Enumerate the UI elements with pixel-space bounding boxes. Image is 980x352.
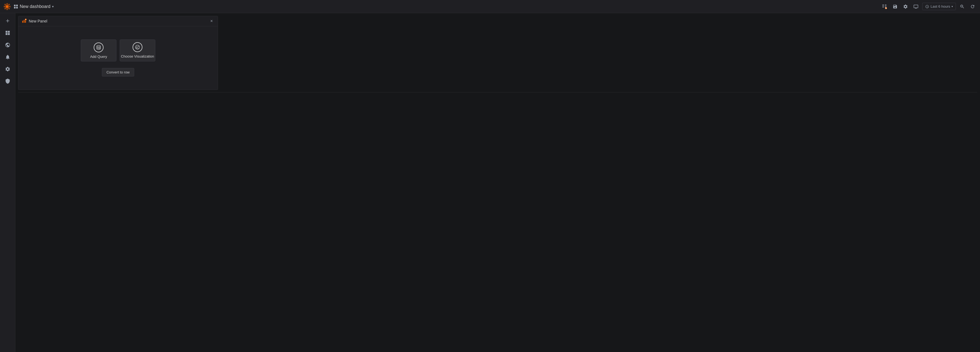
save-button[interactable] bbox=[891, 2, 899, 11]
refresh-button[interactable] bbox=[969, 2, 977, 11]
svg-rect-4 bbox=[16, 5, 18, 6]
settings-button[interactable] bbox=[901, 2, 910, 11]
tv-icon bbox=[913, 4, 918, 9]
zoom-out-button[interactable] bbox=[958, 2, 966, 11]
sidebar-item-add[interactable] bbox=[2, 15, 13, 26]
svg-rect-3 bbox=[14, 5, 16, 6]
zoom-icon bbox=[960, 4, 965, 9]
sidebar-item-dashboards[interactable] bbox=[2, 27, 13, 38]
settings-icon bbox=[903, 4, 908, 9]
svg-point-22 bbox=[97, 45, 100, 46]
panel-header-left: New Panel bbox=[22, 19, 48, 24]
dashboard-title-chevron: ▾ bbox=[52, 5, 54, 8]
add-panel-button[interactable] bbox=[880, 2, 889, 11]
tv-mode-button[interactable] bbox=[912, 2, 920, 11]
main-layout: New Panel × bbox=[0, 13, 980, 352]
dashboard-area: New Panel × bbox=[15, 13, 980, 352]
sidebar-item-shield[interactable] bbox=[2, 76, 13, 86]
sidebar-item-alerting[interactable] bbox=[2, 51, 13, 62]
svg-rect-15 bbox=[22, 21, 23, 23]
grid-icon bbox=[14, 5, 18, 9]
refresh-icon bbox=[970, 4, 975, 9]
chart-icon bbox=[135, 45, 140, 50]
save-icon bbox=[892, 4, 897, 9]
dashboard-title-text: New dashboard bbox=[20, 4, 50, 9]
dashboard-divider bbox=[18, 92, 977, 93]
database-icon bbox=[96, 45, 101, 50]
grafana-logo[interactable] bbox=[3, 3, 11, 10]
choose-visualization-label: Choose Visualization bbox=[121, 54, 154, 59]
add-query-label: Add Query bbox=[90, 54, 107, 59]
panel-body: Add Query Choose Visualization bbox=[18, 26, 218, 90]
topbar-left: New dashboard ▾ bbox=[3, 3, 54, 10]
choose-visualization-icon bbox=[132, 42, 142, 52]
convert-to-row-button[interactable]: Convert to row bbox=[102, 68, 134, 77]
topbar: New dashboard ▾ bbox=[0, 0, 980, 13]
add-query-card[interactable]: Add Query bbox=[81, 40, 116, 61]
time-range-chevron: ▾ bbox=[951, 5, 953, 8]
svg-rect-5 bbox=[14, 7, 16, 8]
panel-close-button[interactable]: × bbox=[209, 18, 215, 24]
panel-container: New Panel × bbox=[18, 16, 218, 90]
add-panel-icon bbox=[882, 4, 887, 9]
svg-point-2 bbox=[6, 5, 8, 8]
topbar-right: Last 6 hours ▾ bbox=[880, 2, 977, 11]
time-range-label: Last 6 hours bbox=[931, 5, 950, 8]
svg-rect-7 bbox=[883, 5, 884, 5]
dashboard-title[interactable]: New dashboard ▾ bbox=[14, 4, 54, 9]
panel-icon bbox=[22, 19, 27, 24]
svg-rect-16 bbox=[24, 20, 25, 23]
choose-visualization-card[interactable]: Choose Visualization bbox=[120, 40, 155, 61]
panel-header: New Panel × bbox=[18, 16, 218, 26]
clock-icon bbox=[925, 5, 929, 8]
svg-rect-6 bbox=[16, 7, 18, 8]
add-query-icon bbox=[94, 43, 103, 52]
sidebar-item-configuration[interactable] bbox=[2, 64, 13, 75]
svg-rect-8 bbox=[885, 5, 886, 5]
sidebar bbox=[0, 13, 15, 352]
time-range-picker[interactable]: Last 6 hours ▾ bbox=[922, 3, 956, 10]
sidebar-item-explore[interactable] bbox=[2, 40, 13, 50]
panel-actions-row: Add Query Choose Visualization bbox=[81, 40, 155, 61]
svg-rect-9 bbox=[883, 6, 884, 7]
panel-title: New Panel bbox=[29, 19, 48, 23]
